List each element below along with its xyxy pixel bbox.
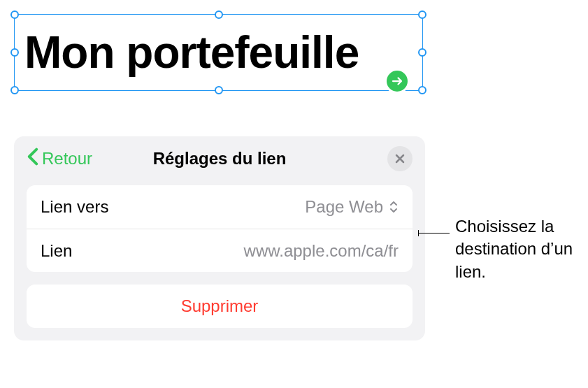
resize-handle-top-middle[interactable] (215, 10, 223, 19)
link-indicator-icon[interactable] (385, 69, 410, 94)
title-text[interactable]: Mon portefeuille (24, 27, 359, 78)
resize-handle-bottom-left[interactable] (10, 86, 19, 94)
resize-handle-middle-left[interactable] (10, 48, 19, 57)
resize-handle-bottom-middle[interactable] (215, 86, 223, 94)
back-button[interactable]: Retour (27, 148, 92, 170)
resize-handle-middle-right[interactable] (418, 48, 426, 57)
delete-label: Supprimer (181, 296, 259, 316)
selected-text-box[interactable]: Mon portefeuille (14, 14, 423, 91)
link-settings-group: Lien vers Page Web Lien (27, 185, 413, 272)
link-to-value-wrap[interactable]: Page Web (305, 197, 399, 217)
resize-handle-bottom-right[interactable] (418, 86, 426, 94)
close-button[interactable] (387, 146, 413, 171)
callout-text: Choisissez la destination d’un lien. (455, 215, 581, 283)
resize-handle-top-right[interactable] (418, 10, 426, 19)
close-icon (395, 154, 405, 164)
canvas-area: Mon portefeuille (14, 14, 425, 91)
link-to-row[interactable]: Lien vers Page Web (27, 185, 413, 229)
chevron-left-icon (27, 148, 39, 170)
chevron-up-down-icon (389, 200, 399, 214)
delete-button[interactable]: Supprimer (27, 285, 413, 328)
link-url-row[interactable]: Lien (27, 229, 413, 272)
callout-leader-line (419, 233, 450, 233)
delete-group: Supprimer (27, 285, 413, 328)
link-to-value: Page Web (305, 197, 383, 217)
back-label: Retour (42, 149, 92, 168)
resize-handle-top-left[interactable] (10, 10, 19, 19)
link-url-label: Lien (41, 241, 72, 261)
popover-header: Retour Réglages du lien (14, 136, 425, 181)
link-to-label: Lien vers (41, 197, 108, 217)
link-url-input[interactable] (161, 241, 399, 261)
link-settings-popover: Retour Réglages du lien Lien vers Page W… (14, 136, 425, 340)
